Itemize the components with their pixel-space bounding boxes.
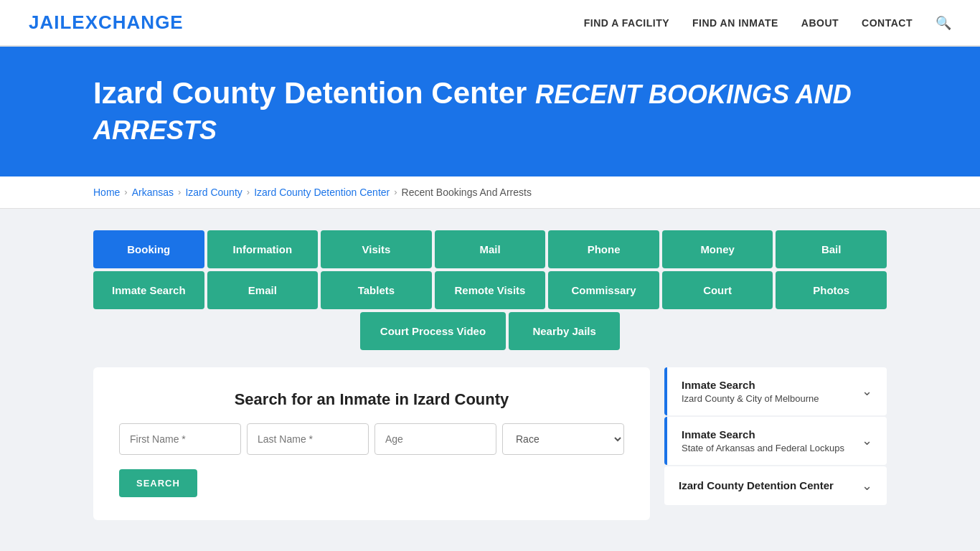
breadcrumb-current: Recent Bookings And Arrests xyxy=(402,187,532,198)
tab-row-1: Booking Information Visits Mail Phone Mo… xyxy=(93,230,887,268)
navbar: JAILEXCHANGE FIND A FACILITY FIND AN INM… xyxy=(0,0,980,47)
tab-information[interactable]: Information xyxy=(207,230,319,268)
nav-find-facility[interactable]: FIND A FACILITY xyxy=(584,17,669,29)
tab-remote-visits[interactable]: Remote Visits xyxy=(435,271,546,309)
sidebar-item-0[interactable]: Inmate Search Izard County & City of Mel… xyxy=(664,367,887,415)
logo[interactable]: JAILEXCHANGE xyxy=(29,11,184,34)
tab-mail[interactable]: Mail xyxy=(435,230,546,268)
age-input[interactable] xyxy=(374,423,496,455)
sidebar-item-2-title: Izard County Detention Center xyxy=(679,479,834,491)
breadcrumb-detention[interactable]: Izard County Detention Center xyxy=(254,187,390,198)
chevron-down-icon-0: ⌄ xyxy=(862,383,872,399)
sidebar-item-0-title: Inmate Search xyxy=(682,379,819,391)
content-area: Search for an Inmate in Izard County Rac… xyxy=(93,367,887,520)
nav-about[interactable]: ABOUT xyxy=(801,17,839,29)
last-name-input[interactable] xyxy=(247,423,369,455)
search-button[interactable]: SEARCH xyxy=(119,469,197,497)
tab-nearby-jails[interactable]: Nearby Jails xyxy=(509,312,620,350)
tab-booking[interactable]: Booking xyxy=(93,230,204,268)
search-title: Search for an Inmate in Izard County xyxy=(119,390,624,409)
logo-exchange: EXCHANGE xyxy=(72,11,183,33)
tab-row-2: Inmate Search Email Tablets Remote Visit… xyxy=(93,271,887,309)
nav-find-inmate[interactable]: FIND AN INMATE xyxy=(692,17,778,29)
breadcrumb: Home › Arkansas › Izard County › Izard C… xyxy=(0,176,980,209)
tab-photos[interactable]: Photos xyxy=(776,271,887,309)
tab-inmate-search[interactable]: Inmate Search xyxy=(93,271,204,309)
sidebar-item-1[interactable]: Inmate Search State of Arkansas and Fede… xyxy=(664,417,887,465)
nav-contact[interactable]: CONTACT xyxy=(862,17,913,29)
breadcrumb-home[interactable]: Home xyxy=(93,187,120,198)
tab-visits[interactable]: Visits xyxy=(321,230,432,268)
hero-title: Izard County Detention Center RECENT BOO… xyxy=(93,75,887,148)
main-wrapper: Booking Information Visits Mail Phone Mo… xyxy=(0,209,980,542)
tab-bail[interactable]: Bail xyxy=(776,230,887,268)
search-card: Search for an Inmate in Izard County Rac… xyxy=(93,367,650,520)
tab-phone[interactable]: Phone xyxy=(548,230,659,268)
breadcrumb-sep1: › xyxy=(124,187,127,197)
tab-court[interactable]: Court xyxy=(662,271,773,309)
sidebar: Inmate Search Izard County & City of Mel… xyxy=(664,367,887,520)
logo-jail: JAIL xyxy=(29,11,72,33)
tab-tablets[interactable]: Tablets xyxy=(321,271,432,309)
tab-money[interactable]: Money xyxy=(662,230,773,268)
race-select[interactable]: Race White Black Hispanic Asian Other xyxy=(502,423,624,455)
breadcrumb-sep3: › xyxy=(247,187,250,197)
chevron-down-icon-1: ⌄ xyxy=(862,433,872,448)
breadcrumb-sep4: › xyxy=(394,187,397,197)
search-form: Race White Black Hispanic Asian Other xyxy=(119,423,624,455)
sidebar-item-0-sub: Izard County & City of Melbourne xyxy=(682,393,819,404)
first-name-input[interactable] xyxy=(119,423,241,455)
sidebar-item-2[interactable]: Izard County Detention Center ⌄ xyxy=(664,466,887,505)
nav-links: FIND A FACILITY FIND AN INMATE ABOUT CON… xyxy=(584,15,951,31)
tab-commissary[interactable]: Commissary xyxy=(548,271,659,309)
breadcrumb-sep2: › xyxy=(178,187,181,197)
breadcrumb-izard-county[interactable]: Izard County xyxy=(185,187,242,198)
tab-email[interactable]: Email xyxy=(207,271,319,309)
tab-row-3: Court Process Video Nearby Jails xyxy=(93,312,887,350)
breadcrumb-arkansas[interactable]: Arkansas xyxy=(132,187,174,198)
sidebar-item-1-title: Inmate Search xyxy=(682,428,844,441)
search-icon[interactable]: 🔍 xyxy=(936,15,951,31)
sidebar-item-1-sub: State of Arkansas and Federal Lockups xyxy=(682,443,844,453)
chevron-down-icon-2: ⌄ xyxy=(862,478,872,494)
hero-section: Izard County Detention Center RECENT BOO… xyxy=(0,47,980,176)
tab-court-process-video[interactable]: Court Process Video xyxy=(360,312,506,350)
